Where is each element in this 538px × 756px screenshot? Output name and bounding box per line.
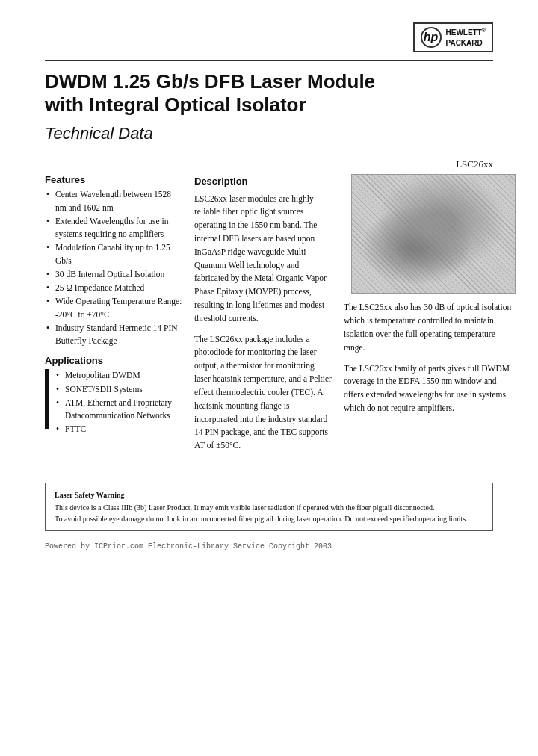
features-heading: Features — [45, 174, 183, 185]
features-applications-col: Features Center Wavelength between 1528 … — [45, 174, 194, 460]
page: hp HEWLETT® PACKARD DWDM 1.25 Gb/s DFB L… — [0, 0, 538, 756]
main-content: Features Center Wavelength between 1528 … — [45, 174, 493, 460]
model-label: LSC26xx — [456, 158, 493, 170]
hp-logo: hp HEWLETT® PACKARD — [413, 22, 494, 52]
model-label-row: LSC26xx — [45, 158, 493, 170]
list-item: Modulation Capability up to 1.25 Gb/s — [45, 241, 183, 267]
footer-copyright: Powered by ICPrior.com Electronic-Librar… — [45, 542, 493, 551]
description-section: Description LSC26xx laser modules are hi… — [194, 174, 333, 453]
header: hp HEWLETT® PACKARD — [45, 22, 493, 52]
list-item: Metropolitan DWDM — [55, 369, 183, 382]
right-para1: The LSC26xx also has 30 dB of optical is… — [344, 301, 516, 354]
applications-list: Metropolitan DWDM SONET/SDII Systems ATM… — [55, 369, 183, 436]
features-list: Center Wavelength between 1528 nm and 16… — [45, 188, 183, 347]
page-title: DWDM 1.25 Gb/s DFB Laser Module with Int… — [45, 70, 493, 117]
list-item: Center Wavelength between 1528 nm and 16… — [45, 188, 183, 214]
page-subtitle: Technical Data — [45, 124, 493, 143]
list-item: 30 dB Internal Optical Isolation — [45, 268, 183, 281]
features-section: Features Center Wavelength between 1528 … — [45, 174, 183, 347]
list-item: Industry Standard Hermetic 14 PIN Butter… — [45, 322, 183, 348]
laser-warning-box: Laser Safety Warning This device is a Cl… — [45, 483, 493, 531]
list-item: ATM, Ethernet and Proprietary Datacommun… — [55, 397, 183, 423]
right-para2: The LSC26xx family of parts gives full D… — [344, 362, 516, 415]
top-divider — [45, 60, 493, 61]
warning-title: Laser Safety Warning — [55, 489, 483, 501]
description-col: Description LSC26xx laser modules are hi… — [194, 174, 344, 460]
list-item: FTTC — [55, 423, 183, 436]
hp-brand-text: HEWLETT® PACKARD — [446, 27, 486, 47]
image-right-col: The LSC26xx also has 30 dB of optical is… — [344, 174, 516, 460]
list-item: SONET/SDII Systems — [55, 383, 183, 396]
applications-heading: Applications — [45, 355, 183, 366]
hp-circle-icon: hp — [421, 27, 442, 48]
description-para1: LSC26xx laser modules are highly reliabl… — [194, 193, 333, 326]
black-bar-icon — [45, 369, 49, 429]
list-item: Wide Operating Temperature Range: -20°C … — [45, 295, 183, 321]
description-para2: The LSC26xx package includes a photodiod… — [194, 333, 333, 453]
right-description: The LSC26xx also has 30 dB of optical is… — [344, 301, 516, 415]
applications-section: Applications Metropolitan DWDM SONET/SDI… — [45, 355, 183, 444]
warning-text1: This device is a Class IIIb (3b) Laser P… — [55, 502, 483, 513]
applications-bar-container: Metropolitan DWDM SONET/SDII Systems ATM… — [45, 369, 183, 444]
list-item: 25 Ω Impedance Matched — [45, 282, 183, 294]
description-heading: Description — [194, 174, 333, 189]
warning-text2: To avoid possible eye damage do not look… — [55, 513, 483, 524]
list-item: Extended Wavelengths for use in systems … — [45, 215, 183, 241]
laser-image-inner — [352, 175, 515, 293]
laser-image — [351, 174, 516, 294]
